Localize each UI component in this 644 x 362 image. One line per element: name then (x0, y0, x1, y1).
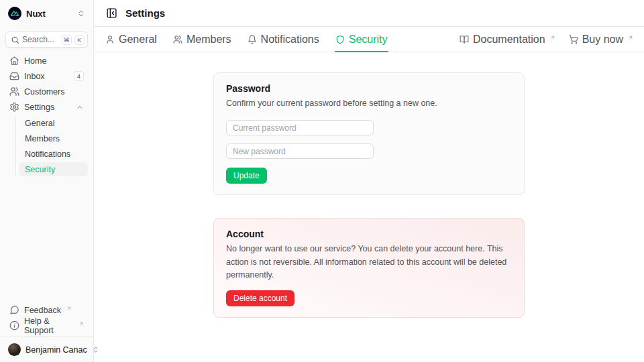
page-title: Settings (125, 7, 165, 19)
account-card: Account No longer want to use our servic… (213, 218, 525, 317)
sidebar-user-section: Benjamin Canac (0, 337, 93, 362)
new-password-input[interactable] (226, 143, 374, 159)
buy-now-link[interactable]: Buy now (569, 34, 633, 46)
sidebar-nav: Home Inbox 4 Customers Settings (0, 54, 93, 176)
sidebar-item-label: General (25, 119, 54, 128)
tab-general[interactable]: General (105, 27, 158, 52)
search-input[interactable]: Search... ⌘ K (5, 32, 88, 48)
chat-bubble-icon (9, 305, 19, 315)
tab-label: Notifications (261, 34, 319, 46)
user-icon (105, 35, 115, 44)
info-circle-icon (9, 320, 19, 330)
password-card-description: Confirm your current password before set… (226, 97, 512, 110)
sidebar-item-label: Home (24, 56, 84, 66)
external-link-icon (66, 306, 72, 311)
kbd-cmd: ⌘ (62, 35, 72, 45)
sidebar-item-help-support[interactable]: Help & Support (5, 318, 88, 333)
gear-icon (9, 102, 19, 112)
sidebar-item-label: Inbox (24, 72, 69, 81)
user-name: Benjamin Canac (25, 345, 87, 355)
home-icon (9, 56, 19, 66)
tab-notifications[interactable]: Notifications (247, 27, 320, 52)
user-menu[interactable]: Benjamin Canac (5, 342, 88, 357)
inbox-icon (9, 71, 19, 81)
sidebar-header: Nuxt (0, 0, 93, 27)
tab-label: Security (349, 34, 388, 46)
search-icon (11, 36, 19, 44)
sidebar-item-label: Help & Support (24, 316, 73, 335)
sidebar-item-label: Settings (24, 103, 71, 112)
link-label: Documentation (473, 34, 545, 46)
delete-account-button[interactable]: Delete account (226, 290, 294, 306)
tab-label: General (119, 34, 157, 46)
sidebar-item-feedback[interactable]: Feedback (5, 303, 88, 317)
nuxt-logo-icon (8, 7, 21, 20)
current-password-input[interactable] (226, 120, 374, 135)
chevron-up-icon (76, 103, 84, 111)
sidebar-item-label: Customers (24, 87, 84, 97)
tab-security[interactable]: Security (335, 27, 388, 52)
sidebar-footer-nav: Feedback Help & Support (0, 300, 93, 337)
team-name: Nuxt (26, 9, 72, 19)
external-link-icon (78, 321, 84, 326)
chevrons-up-down-icon (77, 9, 85, 17)
bell-icon (248, 35, 257, 44)
sidebar-item-label: Notifications (25, 149, 70, 159)
kbd-k: K (74, 35, 85, 45)
sidebar-item-security[interactable]: Security (19, 162, 88, 176)
settings-tabbar: General Members Notifications Security (94, 27, 644, 52)
inbox-count-badge: 4 (74, 71, 84, 81)
avatar (8, 343, 21, 356)
account-card-title: Account (226, 229, 512, 239)
sidebar-item-inbox[interactable]: Inbox 4 (5, 69, 88, 83)
shield-icon (335, 35, 345, 44)
sidebar-search: Search... ⌘ K (0, 27, 93, 54)
main-panel: Settings General Members Notifications S… (94, 0, 644, 362)
panel-left-close-icon (106, 7, 117, 19)
tab-members[interactable]: Members (172, 27, 232, 52)
documentation-link[interactable]: Documentation (460, 34, 555, 46)
sidebar-item-members[interactable]: Members (19, 131, 88, 145)
sidebar: Nuxt Search... ⌘ K Home Inbox (0, 0, 94, 362)
sidebar-spacer (0, 176, 93, 300)
sidebar-item-settings[interactable]: Settings (5, 100, 88, 114)
book-open-icon (460, 35, 469, 44)
password-card-title: Password (226, 83, 512, 94)
tab-label: Members (186, 34, 231, 46)
sidebar-item-notifications[interactable]: Notifications (19, 147, 88, 161)
sidebar-item-label: Members (25, 134, 60, 143)
team-switcher[interactable]: Nuxt (5, 5, 88, 21)
users-icon (173, 35, 182, 44)
sidebar-collapse-button[interactable] (105, 6, 119, 20)
account-card-description: No longer want to use our service? You c… (226, 243, 512, 282)
cart-icon (569, 35, 578, 44)
sidebar-item-label: Security (25, 165, 55, 174)
users-icon (9, 86, 19, 97)
settings-security-content: Password Confirm your current password b… (94, 52, 644, 362)
sidebar-item-customers[interactable]: Customers (5, 84, 88, 99)
sidebar-item-home[interactable]: Home (5, 54, 88, 68)
search-placeholder: Search... (22, 35, 59, 44)
tabbar-links: Documentation Buy now (460, 34, 633, 46)
sidebar-item-label: Feedback (24, 306, 61, 315)
link-label: Buy now (582, 34, 623, 46)
external-link-icon (550, 35, 555, 40)
external-link-icon (628, 35, 633, 40)
page-header: Settings (94, 0, 644, 27)
sidebar-item-general[interactable]: General (19, 116, 88, 130)
update-password-button[interactable]: Update (226, 168, 267, 184)
settings-subnav: General Members Notifications Security (15, 116, 88, 176)
password-card: Password Confirm your current password b… (213, 72, 525, 195)
